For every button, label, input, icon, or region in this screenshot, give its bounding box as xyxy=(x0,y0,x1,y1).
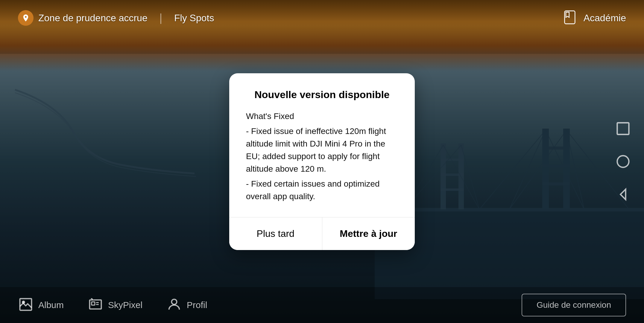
modal-content: Nouvelle version disponible What's Fixed… xyxy=(229,73,415,203)
modal-actions: Plus tard Mettre à jour xyxy=(229,217,415,250)
update-modal: Nouvelle version disponible What's Fixed… xyxy=(229,73,415,250)
modal-body-title: What's Fixed xyxy=(246,110,398,123)
update-button[interactable]: Mettre à jour xyxy=(322,217,415,250)
modal-body-item-2: - Fixed certain issues and optimized ove… xyxy=(246,178,398,203)
modal-body: What's Fixed - Fixed issue of ineffectiv… xyxy=(246,110,398,203)
modal-backdrop: Nouvelle version disponible What's Fixed… xyxy=(0,0,644,323)
later-button[interactable]: Plus tard xyxy=(229,217,322,250)
modal-title: Nouvelle version disponible xyxy=(246,89,398,100)
modal-body-item-1: - Fixed issue of ineffective 120m flight… xyxy=(246,125,398,175)
